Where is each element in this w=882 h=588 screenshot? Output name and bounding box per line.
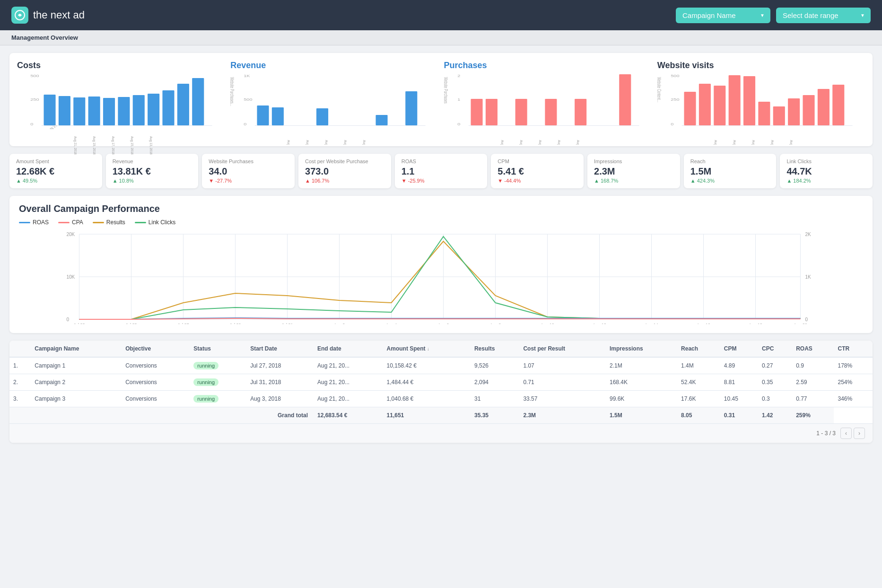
svg-rect-71 [728, 75, 740, 125]
svg-rect-26 [257, 105, 269, 125]
row-3-status: running [190, 391, 246, 407]
row-1-reach: 1.4M [677, 357, 720, 374]
campaigns-table: Campaign Name Objective Status Start Dat… [9, 341, 873, 423]
row-1-cpm: 4.89 [720, 357, 758, 374]
col-start-date[interactable]: Start Date [246, 341, 314, 357]
row-1-end: Aug 21, 20... [314, 357, 383, 374]
costs-svg: Amount Spent 500 250 0 [17, 72, 225, 129]
kpi-cost-per-purchase-label: Cost per Website Purchase [305, 158, 384, 164]
costs-xlabels: Aug 21, 2018 Aug 19, 2018 Aug 17, 2018 A… [17, 127, 225, 141]
svg-rect-10 [118, 97, 130, 125]
kpi-link-clicks-label: Link Clicks [786, 158, 866, 164]
col-cpc[interactable]: CPC [758, 341, 792, 357]
row-1-roas: 0.9 [792, 357, 834, 374]
svg-text:Aug 21, 2018: Aug 21, 2018 [500, 140, 504, 145]
logo-icon [11, 7, 28, 24]
grand-total-cpc: 0.31 [720, 407, 758, 424]
revenue-panel: Revenue 1K 500 0 [230, 61, 438, 139]
col-cpm[interactable]: CPM [720, 341, 758, 357]
row-3-start: Aug 3, 2018 [246, 391, 314, 407]
campaign-select-wrapper[interactable]: Campaign Name [676, 8, 770, 23]
row-2-ctr: 254% [834, 374, 873, 391]
svg-rect-11 [133, 95, 145, 125]
svg-text:Aug 13, 2018: Aug 13, 2018 [149, 136, 153, 155]
row-3-num: 3. [9, 391, 31, 407]
svg-text:250: 250 [30, 98, 39, 102]
svg-text:0: 0 [67, 317, 70, 322]
row-3-name: Campaign 3 [31, 391, 122, 407]
legend-link-clicks: Link Clicks [135, 219, 175, 226]
col-ctr[interactable]: CTR [834, 341, 873, 357]
svg-rect-27 [272, 107, 284, 125]
col-end-date[interactable]: End date [314, 341, 383, 357]
legend-cpa: CPA [58, 219, 83, 226]
svg-text:Aug 17, 2018: Aug 17, 2018 [538, 140, 542, 145]
grand-total-cpr: 35.35 [471, 407, 519, 424]
kpi-reach: Reach 1.5M ▲ 424.3% [684, 154, 777, 188]
row-3-cpm: 10.45 [720, 391, 758, 407]
app-header: the next ad Campaign Name Select date ra… [0, 0, 882, 30]
grand-total-impressions: 2.3M [519, 407, 606, 424]
col-status[interactable]: Status [190, 341, 246, 357]
kpi-revenue-label: Revenue [113, 158, 192, 164]
svg-rect-14 [177, 84, 189, 125]
next-page-button[interactable]: › [854, 428, 865, 439]
row-2-cpr: 0.71 [519, 374, 606, 391]
grand-total-roas: 1.42 [758, 407, 792, 424]
campaign-select[interactable]: Campaign Name [676, 8, 770, 23]
kpi-amount-spent-change: ▲ 49.5% [16, 178, 96, 184]
svg-text:2: 2 [457, 74, 460, 78]
row-3-impressions: 99.6K [606, 391, 677, 407]
row-1-status: running [190, 357, 246, 374]
svg-rect-77 [818, 89, 830, 125]
svg-text:Website Purchases...: Website Purchases... [230, 77, 235, 106]
svg-text:Jul 31: Jul 31 [281, 323, 293, 324]
col-results[interactable]: Results [471, 341, 519, 357]
svg-text:Website Content...: Website Content... [657, 77, 662, 102]
pagination-info: 1 - 3 / 3 [816, 430, 836, 437]
svg-rect-69 [699, 84, 711, 125]
col-campaign-name[interactable]: Campaign Name [31, 341, 122, 357]
date-select-wrapper[interactable]: Select date range [776, 8, 871, 23]
col-amount-spent[interactable]: Amount Spent ↓ [383, 341, 471, 357]
col-reach[interactable]: Reach [677, 341, 720, 357]
row-2-results: 2,094 [471, 374, 519, 391]
kpi-revenue: Revenue 13.81K € ▲ 10.8% [106, 154, 199, 188]
campaigns-table-panel: Campaign Name Objective Status Start Dat… [9, 341, 873, 443]
col-roas[interactable]: ROAS [792, 341, 834, 357]
svg-rect-68 [684, 92, 696, 125]
main-content: Costs Amount Spent 500 250 0 [0, 45, 882, 450]
date-select[interactable]: Select date range [776, 8, 871, 23]
svg-rect-36 [405, 91, 417, 125]
svg-rect-48 [485, 99, 497, 125]
kpi-website-purchases: Website Purchases 34.0 ▼ -27.7% [202, 154, 295, 188]
sort-icon: ↓ [427, 346, 429, 351]
svg-text:Aug 21, 2018: Aug 21, 2018 [73, 136, 77, 155]
row-3-reach: 17.6K [677, 391, 720, 407]
svg-text:Aug 15, 2018: Aug 15, 2018 [343, 140, 347, 145]
website-panel: Website visits 500 250 0 [657, 61, 865, 139]
row-1-cpr: 1.07 [519, 357, 606, 374]
col-cost-per-result[interactable]: Cost per Result [519, 341, 606, 357]
col-impressions[interactable]: Impressions [606, 341, 677, 357]
kpi-reach-change: ▲ 424.3% [690, 178, 770, 184]
svg-text:Aug 6: Aug 6 [438, 323, 449, 324]
svg-rect-8 [88, 97, 100, 125]
prev-page-button[interactable]: ‹ [840, 428, 852, 439]
svg-text:Jul 27: Jul 27 [177, 323, 189, 324]
svg-text:250: 250 [671, 98, 679, 102]
purchases-svg: 2 1 0 Website Purchases [444, 72, 652, 129]
logo-text: the next ad [33, 9, 85, 21]
svg-text:0: 0 [30, 123, 33, 126]
row-2-amount: 1,484.44 € [383, 374, 471, 391]
costs-panel: Costs Amount Spent 500 250 0 [17, 61, 225, 139]
kpi-revenue-change: ▲ 10.8% [113, 178, 192, 184]
kpi-website-purchases-label: Website Purchases [209, 158, 288, 164]
kpi-impressions-label: Impressions [594, 158, 673, 164]
svg-text:Aug 19, 2018: Aug 19, 2018 [733, 140, 736, 145]
kpi-amount-spent: Amount Spent 12.68K € ▲ 49.5% [9, 154, 102, 188]
col-objective[interactable]: Objective [122, 341, 190, 357]
kpi-row: Amount Spent 12.68K € ▲ 49.5% Revenue 13… [9, 154, 873, 188]
kpi-website-purchases-value: 34.0 [209, 166, 288, 177]
grand-total-amount: 12,683.54 € [314, 407, 383, 424]
